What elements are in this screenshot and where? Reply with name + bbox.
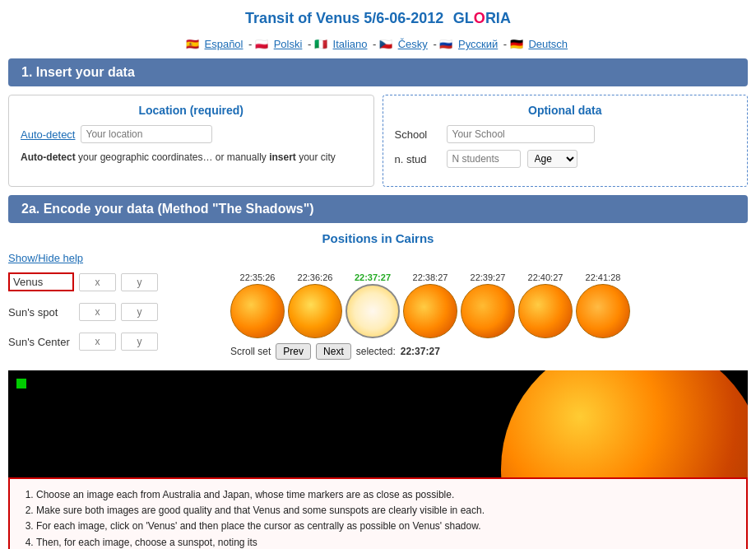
autodetect-link[interactable]: Auto-detect: [21, 128, 76, 141]
flag-ru: 🇷🇺: [439, 38, 452, 50]
suncenter-x-input[interactable]: [79, 333, 116, 351]
flag-it: 🇮🇹: [314, 38, 327, 50]
optional-heading: Optional data: [395, 104, 736, 117]
big-image-area: [8, 370, 748, 477]
gloria-logo: GLORIA: [453, 10, 511, 26]
lang-polski[interactable]: Polski: [274, 38, 303, 50]
flag-pl: 🇵🇱: [255, 38, 268, 50]
school-input[interactable]: [447, 125, 595, 143]
time-label-3: 22:38:27: [403, 272, 457, 282]
location-heading: Location (required): [21, 104, 362, 117]
page-wrapper: Transit of Venus 5/6-06-2012 GLORIA 🇪🇸 E…: [0, 0, 756, 549]
instruction-item-4: Then, for each image, choose a sunspot, …: [36, 535, 735, 549]
instructions-box: Choose an image each from Australia and …: [8, 477, 748, 549]
time-label-0: 22:35:26: [230, 272, 285, 282]
page-header: Transit of Venus 5/6-06-2012 GLORIA: [0, 0, 756, 34]
lang-espanol[interactable]: Español: [205, 38, 243, 50]
school-row: School: [395, 125, 736, 143]
autodetect-row: Auto-detect: [21, 125, 362, 143]
encode-area: Venus Sun's spot Sun's Center: [8, 272, 748, 362]
sun-image-5[interactable]: [518, 284, 573, 338]
autodetect-desc: Auto-detect your geographic coordinates……: [21, 150, 362, 165]
scroll-controls: Scroll set Prev Next selected: 22:37:27: [230, 343, 748, 360]
sun-images-strip: [230, 284, 748, 338]
venus-field-row: Venus: [8, 272, 214, 291]
sun-image-6[interactable]: [576, 284, 630, 338]
venus-x-input[interactable]: [79, 273, 116, 291]
selected-prefix: selected:: [356, 346, 396, 357]
lang-italiano[interactable]: Italiano: [333, 38, 368, 50]
time-label-1: 22:36:26: [288, 272, 342, 282]
positions-title: Positions in Cairns: [8, 231, 748, 245]
sunspot-y-input[interactable]: [121, 303, 158, 321]
sun-image-0[interactable]: [230, 284, 285, 338]
instruction-item-2: Make sure both images are good quality a…: [36, 503, 735, 519]
prev-button[interactable]: Prev: [276, 343, 311, 360]
data-entry-area: Location (required) Auto-detect Auto-det…: [8, 95, 748, 187]
scroll-set-label: Scroll set: [230, 346, 271, 357]
instruction-item-3: For each image, click on 'Venus' and the…: [36, 519, 735, 534]
venus-label: Venus: [8, 272, 74, 291]
sun-big-image: [501, 370, 748, 477]
time-label-2: 22:37:27: [346, 272, 400, 282]
sun-image-3[interactable]: [403, 284, 457, 338]
instructions-list: Choose an image each from Australia and …: [21, 487, 735, 549]
sunspot-x-input[interactable]: [79, 303, 116, 321]
nstud-label: n. stud: [395, 153, 440, 165]
sun-image-1[interactable]: [288, 284, 342, 338]
lang-deutsch[interactable]: Deutsch: [528, 38, 568, 50]
nstud-row: n. stud Age 6-8 9-11 12-14 15-17 18+: [395, 150, 736, 168]
sunspot-label: Sun's spot: [8, 306, 74, 319]
nstud-input[interactable]: [447, 150, 521, 168]
time-label-4: 22:39:27: [461, 272, 515, 282]
language-bar: 🇪🇸 Español - 🇵🇱 Polski - 🇮🇹 Italiano - 🇨…: [0, 34, 756, 58]
sun-image-4[interactable]: [461, 284, 515, 338]
location-box: Location (required) Auto-detect Auto-det…: [8, 95, 374, 187]
time-label-5: 22:40:27: [518, 272, 573, 282]
input-fields: Venus Sun's spot Sun's Center: [8, 272, 214, 362]
suncenter-field-row: Sun's Center: [8, 333, 214, 351]
sun-image-2[interactable]: [346, 284, 400, 338]
school-label: School: [395, 128, 440, 141]
time-labels: 22:35:26 22:36:26 22:37:27 22:38:27 22:3…: [230, 272, 748, 282]
location-input[interactable]: [81, 125, 212, 143]
optional-box: Optional data School n. stud Age 6-8 9-1…: [383, 95, 749, 187]
page-title: Transit of Venus 5/6-06-2012: [245, 10, 443, 26]
age-select[interactable]: Age 6-8 9-11 12-14 15-17 18+: [527, 150, 577, 168]
show-hide-help[interactable]: Show/Hide help: [8, 252, 748, 264]
section2a-header: 2a. Encode your data (Method "The Shadow…: [8, 195, 748, 223]
instruction-item-1: Choose an image each from Australia and …: [36, 487, 735, 503]
time-label-6: 22:41:28: [576, 272, 630, 282]
green-square-indicator: [16, 379, 26, 388]
flag-es: 🇪🇸: [186, 38, 199, 50]
venus-y-input[interactable]: [121, 273, 158, 291]
suncenter-y-input[interactable]: [121, 333, 158, 351]
sunspot-field-row: Sun's spot: [8, 303, 214, 321]
selected-time-value: 22:37:27: [401, 346, 440, 357]
section2a-content: Positions in Cairns Show/Hide help Venus…: [8, 231, 748, 362]
image-strip: 22:35:26 22:36:26 22:37:27 22:38:27 22:3…: [230, 272, 748, 362]
flag-cz: 🇨🇿: [379, 38, 392, 50]
section1-header: 1. Insert your data: [8, 58, 748, 86]
suncenter-label: Sun's Center: [8, 336, 74, 348]
lang-cesky[interactable]: Česky: [398, 38, 428, 50]
flag-de: 🇩🇪: [510, 38, 523, 50]
next-button[interactable]: Next: [316, 343, 351, 360]
lang-russian[interactable]: Русский: [458, 38, 498, 50]
